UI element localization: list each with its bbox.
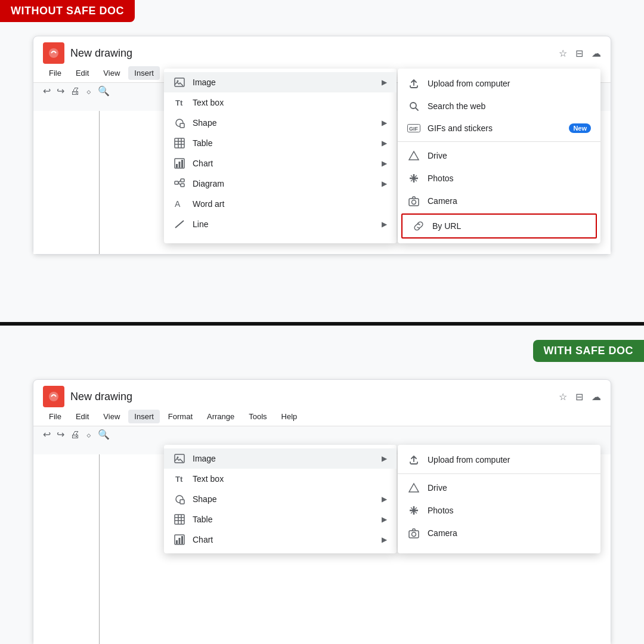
image-icon [174,77,185,88]
bottom-menu-view[interactable]: View [97,410,126,423]
bottom-image-icon [174,453,185,464]
menu-item-shape[interactable]: Shape ▶ [164,113,397,133]
submenu-gifs[interactable]: GIF GIFs and stickers New [398,117,600,139]
bottom-submenu-photos[interactable]: Photos [398,499,600,522]
menu-item-image[interactable]: Image ▶ [164,72,397,92]
bottom-textbox-icon: Tt [174,473,185,484]
svg-text:Tt: Tt [175,98,183,107]
line-label: Line [193,219,374,229]
chart-label: Chart [193,159,374,168]
shape-icon [174,117,185,128]
bottom-zoom-icon[interactable]: 🔍 [98,429,110,440]
svg-rect-41 [176,540,178,544]
bottom-drive-icon [407,482,420,493]
bottom-drive-label: Drive [428,483,447,493]
submenu-camera[interactable]: Camera [398,190,600,212]
diagram-arrow: ▶ [382,179,387,188]
bottom-table-icon [174,514,185,525]
bottom-sub-menu: Upload from computer Drive Photos [398,445,600,553]
bottom-menu-format[interactable]: Format [162,410,199,423]
bottom-menu-edit[interactable]: Edit [70,410,95,423]
menu-file[interactable]: File [43,66,67,80]
upload-label: Upload from computer [428,79,510,88]
bottom-sub-divider-1 [398,473,600,474]
bottom-menu-item-textbox[interactable]: Tt Text box [164,469,397,489]
shape-label: Shape [193,118,374,128]
menu-item-table[interactable]: Table ▶ [164,133,397,153]
svg-point-46 [412,532,416,537]
submenu-photos[interactable]: Photos [398,167,600,190]
bottom-dropdown-container: Image ▶ Tt Text box Shape ▶ [164,445,600,553]
svg-point-28 [412,200,416,205]
bottom-chart-label: Chart [193,535,374,544]
bottom-undo-icon[interactable]: ↩ [43,429,51,440]
menu-view[interactable]: View [97,66,126,80]
bottom-menu-insert[interactable]: Insert [128,410,160,423]
menu-insert[interactable]: Insert [128,66,160,80]
svg-rect-42 [179,538,181,544]
bottom-cloud-icon[interactable]: ☁ [592,391,601,402]
link-icon [412,221,425,231]
table-label: Table [193,138,374,148]
bottom-camera-label: Camera [428,528,457,538]
star-icon[interactable]: ☆ [559,48,567,59]
image-label: Image [193,78,374,87]
svg-rect-14 [181,160,183,168]
menu-item-textbox[interactable]: Tt Text box [164,92,397,113]
menu-item-wordart[interactable]: A Word art [164,194,397,214]
menu-item-diagram[interactable]: Diagram ▶ [164,174,397,194]
bottom-upload-icon [407,454,420,465]
print-icon[interactable]: 🖨 [70,86,80,97]
bottom-chart-icon [174,534,185,545]
svg-line-23 [416,108,418,110]
redo-icon[interactable]: ↪ [57,85,64,97]
bottom-star-icon[interactable]: ☆ [559,391,567,402]
cloud-icon[interactable]: ☁ [592,48,601,59]
submenu-drive[interactable]: Drive [398,144,600,167]
bottom-folder-icon[interactable]: ⊟ [575,391,583,402]
bottom-menu-item-chart[interactable]: Chart ▶ [164,530,397,550]
photos-label: Photos [428,174,454,183]
line-arrow: ▶ [382,220,387,228]
bottom-menu-tools[interactable]: Tools [243,410,273,423]
svg-rect-16 [181,179,184,182]
svg-rect-6 [175,138,184,148]
bottom-menu-help[interactable]: Help [275,410,304,423]
wordart-icon: A [174,199,185,209]
paint-icon[interactable]: ⬦ [86,86,92,97]
bottom-menu-file[interactable]: File [43,410,67,423]
bottom-submenu-upload[interactable]: Upload from computer [398,448,600,471]
bottom-paint-icon[interactable]: ⬦ [86,429,92,440]
svg-rect-34 [180,500,184,504]
submenu-byurl[interactable]: By URL [401,213,597,239]
folder-icon[interactable]: ⊟ [575,48,583,59]
camera-label: Camera [428,196,457,206]
svg-marker-26 [409,151,419,160]
menu-edit[interactable]: Edit [70,66,95,80]
bottom-menu-item-table[interactable]: Table ▶ [164,509,397,530]
bottom-app-title: New drawing [70,391,553,403]
submenu-upload[interactable]: Upload from computer [398,72,600,95]
submenu-search[interactable]: Search the web [398,95,600,117]
menu-item-line[interactable]: Line ▶ [164,214,397,234]
bottom-submenu-drive[interactable]: Drive [398,476,600,499]
bottom-menu-item-image[interactable]: Image ▶ [164,448,397,469]
bottom-menu-item-shape[interactable]: Shape ▶ [164,489,397,509]
sub-divider-1 [398,141,600,142]
bottom-photos-label: Photos [428,506,454,515]
undo-icon[interactable]: ↩ [43,85,51,97]
bottom-print-icon[interactable]: 🖨 [70,429,80,440]
svg-rect-35 [175,515,184,524]
byurl-label: By URL [432,221,461,231]
bottom-section: WITH SAFE DOC New drawing ☆ ⊟ ☁ File Edi… [0,322,644,644]
search-label: Search the web [428,101,485,111]
svg-rect-43 [181,536,183,544]
bottom-menu-arrange[interactable]: Arrange [201,410,240,423]
zoom-icon[interactable]: 🔍 [98,85,110,97]
menu-item-chart[interactable]: Chart ▶ [164,153,397,174]
drive-icon [407,150,420,161]
bottom-redo-icon[interactable]: ↪ [57,429,64,440]
bottom-image-label: Image [193,454,374,463]
bottom-image-arrow: ▶ [382,454,387,463]
bottom-submenu-camera[interactable]: Camera [398,522,600,544]
